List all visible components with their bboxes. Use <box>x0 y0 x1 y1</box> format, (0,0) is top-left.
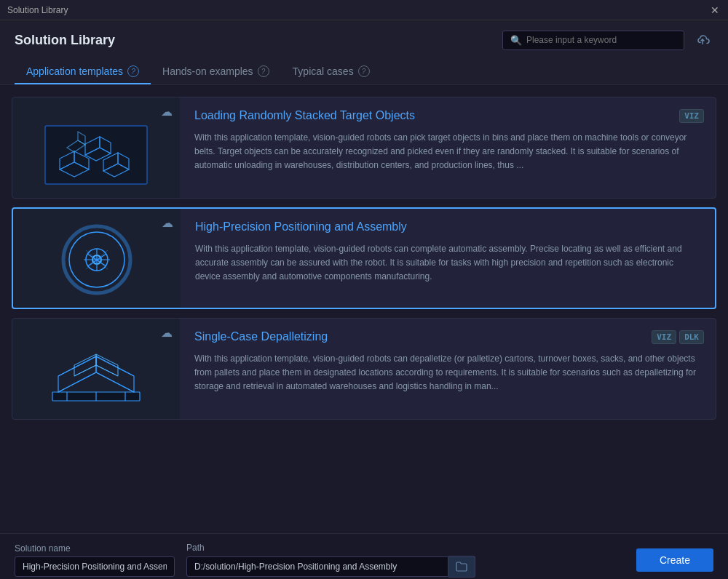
title-bar-text: Solution Library <box>7 5 68 15</box>
svg-rect-0 <box>45 126 147 184</box>
solution-name-input-wrap <box>15 556 175 577</box>
app-title: Solution Library <box>15 33 115 48</box>
path-field: Path <box>186 543 475 578</box>
card-loading-randomly-desc: With this application template, vision-g… <box>194 131 701 173</box>
tabs: Application templates ? Hands-on example… <box>15 60 713 84</box>
search-box[interactable]: 🔍 <box>502 31 684 50</box>
tab-typical-cases-help-icon[interactable]: ? <box>358 65 370 77</box>
tab-typical-cases-label: Typical cases <box>293 65 354 77</box>
card-high-precision[interactable]: ☁ <box>12 207 716 309</box>
search-input[interactable] <box>526 35 676 45</box>
card-depalletizing-image: ☁ <box>12 319 180 419</box>
card-depalletizing-badges: VIZ DLK <box>652 330 704 344</box>
card-loading-randomly-download-icon: ☁ <box>161 105 173 119</box>
header-actions: 🔍 <box>502 29 713 51</box>
solution-name-label: Solution name <box>15 543 175 554</box>
path-input[interactable] <box>186 556 448 577</box>
cloud-upload-button[interactable] <box>692 29 713 51</box>
card-list: ☁ <box>0 85 728 533</box>
card-high-precision-body: High-Precision Positioning and Assembly … <box>181 209 715 308</box>
solution-name-field: Solution name <box>15 543 175 577</box>
badge-viz: VIZ <box>679 109 704 123</box>
card-loading-randomly-title: Loading Randomly Stacked Target Objects <box>194 109 701 122</box>
card-high-precision-desc: With this application template, vision-g… <box>195 242 700 284</box>
tab-application-templates[interactable]: Application templates ? <box>15 60 151 84</box>
folder-browse-button[interactable] <box>448 556 475 578</box>
tab-application-templates-label: Application templates <box>26 65 123 77</box>
tab-typical-cases[interactable]: Typical cases ? <box>281 60 381 84</box>
tab-application-templates-help-icon[interactable]: ? <box>127 65 139 77</box>
card-high-precision-title: High-Precision Positioning and Assembly <box>195 220 700 233</box>
card-high-precision-image: ☁ <box>13 209 181 308</box>
search-icon: 🔍 <box>510 35 522 46</box>
card-depalletizing-desc: With this application template, vision-g… <box>194 352 701 394</box>
badge-viz-2: VIZ <box>652 330 676 344</box>
tab-hands-on-examples[interactable]: Hands-on examples ? <box>151 60 281 84</box>
tab-hands-on-examples-help-icon[interactable]: ? <box>258 65 269 77</box>
card-loading-randomly-image: ☁ <box>12 97 180 198</box>
close-button[interactable]: ✕ <box>709 4 721 16</box>
card-depalletizing-title: Single-Case Depalletizing <box>194 330 701 343</box>
path-label: Path <box>186 543 475 553</box>
header: Solution Library 🔍 Application templates… <box>0 20 728 85</box>
badge-dlk: DLK <box>679 330 704 344</box>
card-loading-randomly[interactable]: ☁ <box>12 97 716 199</box>
card-loading-randomly-badges: VIZ <box>679 109 704 123</box>
tab-hands-on-examples-label: Hands-on examples <box>162 65 253 77</box>
header-top: Solution Library 🔍 <box>15 29 713 51</box>
card-high-precision-download-icon: ☁ <box>162 216 173 230</box>
path-input-wrap <box>186 556 475 578</box>
solution-name-input[interactable] <box>15 556 175 577</box>
title-bar: Solution Library ✕ <box>0 0 728 20</box>
create-button[interactable]: Create <box>636 548 713 572</box>
card-depalletizing[interactable]: ☁ <box>12 318 716 420</box>
card-depalletizing-body: Single-Case Depalletizing VIZ DLK With t… <box>180 319 716 419</box>
card-depalletizing-download-icon: ☁ <box>161 326 173 340</box>
card-loading-randomly-body: Loading Randomly Stacked Target Objects … <box>180 97 716 198</box>
footer: Solution name Path Create <box>0 533 728 579</box>
